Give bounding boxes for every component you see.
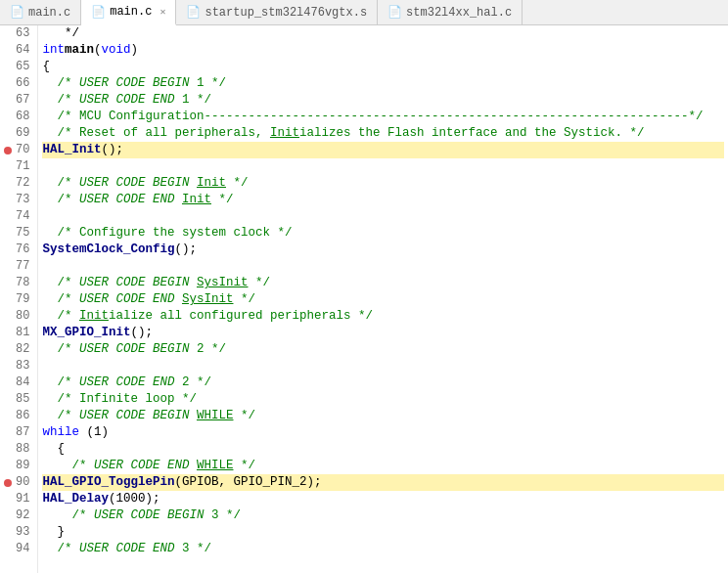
tab-hal[interactable]: 📄 stm32l4xx_hal.c (378, 0, 523, 24)
code-line-67: /* USER CODE END 1 */ (42, 92, 724, 109)
code-line-64: int main(void) (42, 42, 724, 59)
line-number-80: 80 (4, 308, 29, 325)
line-number-82: 82 (4, 341, 29, 358)
no-marker (4, 446, 12, 454)
tab-main-c-1[interactable]: 📄 main.c (0, 0, 81, 24)
line-number-79: 79 (4, 291, 29, 308)
no-marker (4, 263, 12, 271)
code-line-75: /* Configure the system clock */ (42, 225, 724, 242)
code-line-92: /* USER CODE BEGIN 3 */ (42, 507, 724, 524)
tab-main-c-2[interactable]: 📄 main.c ✕ (81, 0, 176, 25)
code-line-63: */ (42, 25, 724, 42)
no-marker (4, 30, 12, 38)
line-numbers: 6364656667686970717273747576777879808182… (0, 25, 38, 573)
no-marker (4, 330, 12, 337)
line-number-70: 70 (4, 142, 29, 158)
code-line-65: { (42, 59, 724, 75)
c-file-icon-1: 📄 (10, 6, 23, 20)
line-number-83: 83 (4, 358, 29, 375)
code-line-69: /* Reset of all peripherals, Initializes… (42, 125, 724, 142)
code-content[interactable]: */int main(void){ /* USER CODE BEGIN 1 *… (38, 25, 728, 573)
no-marker (4, 379, 12, 387)
no-marker (4, 64, 12, 71)
no-marker (4, 512, 12, 520)
code-line-78: /* USER CODE BEGIN SysInit */ (42, 275, 724, 291)
no-marker (4, 463, 12, 470)
line-number-89: 89 (4, 458, 29, 474)
line-number-75: 75 (4, 225, 29, 242)
code-line-86: /* USER CODE BEGIN WHILE */ (42, 408, 724, 424)
line-number-73: 73 (4, 192, 29, 208)
code-line-94: /* USER CODE END 3 */ (42, 541, 724, 557)
line-number-67: 67 (4, 92, 29, 109)
no-marker (4, 346, 12, 354)
line-number-88: 88 (4, 441, 29, 458)
code-line-89: /* USER CODE END WHILE */ (42, 458, 724, 474)
s-file-icon: 📄 (186, 6, 200, 20)
no-marker (4, 80, 12, 88)
no-marker (4, 163, 12, 171)
line-number-84: 84 (4, 375, 29, 391)
no-marker (4, 180, 12, 188)
no-marker (4, 230, 12, 238)
line-number-86: 86 (4, 408, 29, 424)
c-file-icon-hal: 📄 (387, 6, 401, 20)
code-line-77 (42, 258, 724, 275)
no-marker (4, 313, 12, 321)
no-marker (4, 529, 12, 537)
no-marker (4, 97, 12, 105)
line-number-71: 71 (4, 158, 29, 175)
no-marker (4, 429, 12, 437)
line-number-77: 77 (4, 258, 29, 275)
code-area: 6364656667686970717273747576777879808182… (0, 25, 728, 573)
no-marker (4, 47, 12, 55)
no-marker (4, 496, 12, 504)
code-line-84: /* USER CODE END 2 */ (42, 375, 724, 391)
line-number-63: 63 (4, 25, 29, 42)
code-line-74 (42, 208, 724, 225)
code-line-73: /* USER CODE END Init */ (42, 192, 724, 208)
no-marker (4, 130, 12, 138)
line-number-94: 94 (4, 541, 29, 557)
tab-label-2: main.c (110, 5, 152, 19)
no-marker (4, 197, 12, 204)
code-line-80: /* Initialize all configured peripherals… (42, 308, 724, 325)
line-number-90: 90 (4, 474, 29, 491)
code-line-70: HAL_Init(); (42, 142, 724, 158)
line-number-64: 64 (4, 42, 29, 59)
no-marker (4, 363, 12, 371)
no-marker (4, 113, 12, 121)
breakpoint-marker[interactable] (4, 479, 12, 487)
code-line-88: { (42, 441, 724, 458)
line-number-74: 74 (4, 208, 29, 225)
code-line-83 (42, 358, 724, 375)
no-marker (4, 413, 12, 420)
line-number-78: 78 (4, 275, 29, 291)
no-marker (4, 246, 12, 254)
code-line-93: } (42, 524, 724, 541)
code-line-76: SystemClock_Config(); (42, 242, 724, 258)
code-line-72: /* USER CODE BEGIN Init */ (42, 175, 724, 192)
code-line-90: HAL_GPIO_TogglePin(GPIOB, GPIO_PIN_2); (42, 474, 724, 491)
line-number-85: 85 (4, 391, 29, 408)
tab-startup[interactable]: 📄 startup_stm32l476vgtx.s (176, 0, 378, 24)
line-number-65: 65 (4, 59, 29, 75)
code-line-91: HAL_Delay(1000); (42, 491, 724, 507)
code-line-82: /* USER CODE BEGIN 2 */ (42, 341, 724, 358)
code-line-71 (42, 158, 724, 175)
line-number-92: 92 (4, 507, 29, 524)
no-marker (4, 546, 12, 553)
line-number-72: 72 (4, 175, 29, 192)
line-number-91: 91 (4, 491, 29, 507)
no-marker (4, 296, 12, 304)
line-number-68: 68 (4, 109, 29, 125)
tab-bar: 📄 main.c 📄 main.c ✕ 📄 startup_stm32l476v… (0, 0, 728, 25)
line-number-66: 66 (4, 75, 29, 92)
c-file-icon-2: 📄 (91, 5, 105, 19)
tab-close-button[interactable]: ✕ (159, 6, 165, 18)
breakpoint-marker[interactable] (4, 147, 12, 154)
line-number-93: 93 (4, 524, 29, 541)
code-line-81: MX_GPIO_Init(); (42, 325, 724, 341)
no-marker (4, 396, 12, 404)
line-number-69: 69 (4, 125, 29, 142)
